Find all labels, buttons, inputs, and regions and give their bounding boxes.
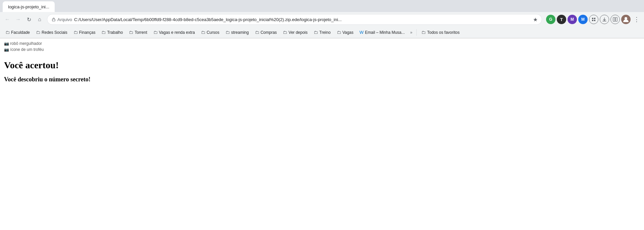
svg-rect-6 — [615, 17, 617, 21]
bookmark-label: Vagas e renda extra — [159, 30, 195, 35]
extension-icon-5[interactable] — [589, 15, 598, 24]
folder-icon: 🗀 — [314, 30, 318, 35]
profile-icon[interactable] — [610, 15, 620, 24]
bookmark-label: Email – Minha Musa... — [365, 30, 405, 35]
browser-chrome: logica-js-projeto_ini... ← → ↻ ⌂ Arquivo… — [0, 0, 644, 39]
extension-icon-1[interactable]: G — [546, 15, 555, 24]
browser-toolbar-icons: G T M M ⋮ — [546, 15, 641, 24]
bookmark-vagas[interactable]: 🗀 Vagas — [334, 28, 356, 36]
bookmark-label: Redes Sociais — [42, 30, 67, 35]
user-avatar — [621, 15, 631, 24]
svg-rect-4 — [594, 20, 595, 21]
bookmark-email[interactable]: W Email – Minha Musa... — [357, 28, 408, 36]
bookmarks-bar: 🗀 Faculdade 🗀 Redes Sociais 🗀 Finanças 🗀… — [0, 27, 644, 38]
broken-image-trophy: 📷 ícone de um troféu — [4, 47, 640, 52]
main-heading: Você acertou! — [4, 60, 640, 71]
bookmark-label: Compras — [261, 30, 277, 35]
url-text: C:/Users/User/AppData/Local/Temp/6b00ffd… — [74, 17, 531, 22]
bookmark-star-icon[interactable]: ★ — [533, 16, 538, 23]
downloads-icon[interactable] — [600, 15, 609, 24]
bookmark-streaming[interactable]: 🗀 streaming — [223, 28, 252, 36]
bookmark-compras[interactable]: 🗀 Compras — [252, 28, 280, 36]
bookmark-label: Finanças — [79, 30, 96, 35]
bookmark-label: Ver depois — [288, 30, 308, 35]
bookmark-label: Torrent — [135, 30, 147, 35]
bookmark-label: Treino — [319, 30, 331, 35]
svg-rect-1 — [592, 18, 593, 19]
svg-rect-2 — [594, 18, 595, 19]
bookmark-financas[interactable]: 🗀 Finanças — [71, 28, 98, 36]
svg-rect-5 — [613, 17, 615, 21]
folder-icon: 🗀 — [337, 30, 341, 35]
extension-icon-4[interactable]: M — [578, 15, 588, 24]
bookmarks-more-button[interactable]: » — [408, 29, 415, 36]
file-protocol-icon: Arquivo — [51, 17, 72, 22]
svg-point-7 — [625, 17, 627, 20]
bookmark-todos-favoritos[interactable]: 🗀 Todos os favoritos — [419, 28, 462, 36]
folder-icon: 🗀 — [36, 30, 40, 35]
bookmark-label: Faculdade — [11, 30, 30, 35]
address-bar[interactable]: Arquivo C:/Users/User/AppData/Local/Temp… — [47, 14, 542, 25]
extension-icon-2[interactable]: T — [557, 15, 566, 24]
svg-rect-0 — [52, 19, 55, 21]
folder-icon: 🗀 — [283, 30, 287, 35]
folder-icon: 🗀 — [225, 30, 230, 35]
bookmark-label: Trabalho — [107, 30, 123, 35]
folder-icon: 🗀 — [73, 30, 78, 35]
bookmarks-divider — [416, 29, 417, 36]
folder-icon: 🗀 — [255, 30, 259, 35]
home-button[interactable]: ⌂ — [35, 15, 44, 24]
avatar-icon[interactable] — [621, 15, 631, 24]
bookmark-label: streaming — [231, 30, 249, 35]
tab-bar: logica-js-projeto_ini... — [0, 0, 644, 12]
folder-icon: 🗀 — [201, 30, 205, 35]
folder-icon: 🗀 — [101, 30, 106, 35]
bookmark-treino[interactable]: 🗀 Treino — [311, 28, 333, 36]
tab-title: logica-js-projeto_ini... — [8, 4, 49, 9]
bookmark-label: Todos os favoritos — [427, 30, 460, 35]
bookmark-ver-depois[interactable]: 🗀 Ver depois — [280, 28, 310, 36]
bookmark-torrent[interactable]: 🗀 Torrent — [126, 28, 150, 36]
bookmark-vagas-renda[interactable]: 🗀 Vagas e renda extra — [151, 28, 198, 36]
bookmark-trabalho[interactable]: 🗀 Trabalho — [99, 28, 125, 36]
back-button[interactable]: ← — [3, 15, 12, 24]
bookmark-label: Cursos — [207, 30, 219, 35]
svg-rect-3 — [592, 20, 593, 21]
folder-icon: 🗀 — [129, 30, 133, 35]
nav-bar: ← → ↻ ⌂ Arquivo C:/Users/User/AppData/Lo… — [0, 12, 644, 27]
sub-heading: Você descobriu o número secreto! — [4, 76, 640, 83]
active-tab[interactable]: logica-js-projeto_ini... — [3, 1, 55, 12]
folder-icon: 🗀 — [5, 30, 10, 35]
ms-icon: W — [360, 30, 364, 35]
bookmark-redes-sociais[interactable]: 🗀 Redes Sociais — [33, 28, 70, 36]
broken-image-robot: 📷 robô mergulhador — [4, 41, 640, 46]
protocol-label: Arquivo — [57, 17, 72, 22]
menu-button[interactable]: ⋮ — [632, 15, 641, 24]
page-content: 📷 robô mergulhador 📷 ícone de um troféu … — [0, 39, 644, 86]
bookmark-faculdade[interactable]: 🗀 Faculdade — [3, 28, 33, 36]
bookmark-cursos[interactable]: 🗀 Cursos — [198, 28, 222, 36]
folder-icon: 🗀 — [421, 30, 426, 35]
extension-icon-3[interactable]: M — [568, 15, 577, 24]
folder-icon: 🗀 — [153, 30, 158, 35]
bookmark-label: Vagas — [342, 30, 354, 35]
reload-button[interactable]: ↻ — [24, 15, 34, 24]
forward-button[interactable]: → — [13, 15, 23, 24]
